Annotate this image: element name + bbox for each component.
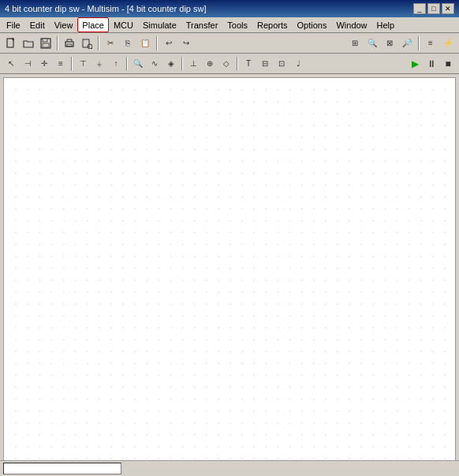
wire-button[interactable]: ⊣	[20, 56, 35, 72]
maximize-button[interactable]: □	[427, 3, 440, 14]
svg-rect-4	[43, 43, 49, 47]
menu-file[interactable]: File	[2, 17, 25, 32]
stop-button[interactable]: ■	[440, 56, 456, 72]
sep5	[71, 57, 73, 71]
title-controls[interactable]: _ □ ✕	[413, 3, 454, 14]
menu-mcu[interactable]: MCU	[109, 17, 138, 32]
misc-button[interactable]: ◈	[163, 56, 179, 72]
menu-window[interactable]: Window	[331, 17, 371, 32]
menu-bar: File Edit View Place MCU Simulate Transf…	[0, 17, 459, 33]
text-button[interactable]: T	[241, 56, 256, 72]
status-bar	[0, 460, 459, 476]
cut-button[interactable]: ✂	[103, 35, 118, 51]
run-button[interactable]: ▶	[407, 56, 423, 72]
zoom-in-button[interactable]: 🔍	[364, 35, 380, 51]
svg-line-9	[91, 48, 92, 49]
view-button[interactable]: 🔎	[399, 35, 415, 51]
title-bar: 4 bit counter dip sw - Multisim - [4 bit…	[0, 0, 459, 17]
menu-edit[interactable]: Edit	[25, 17, 50, 32]
fit-button[interactable]: ⊠	[382, 35, 397, 51]
paste-button[interactable]: 📋	[137, 35, 153, 51]
print-preview-button[interactable]	[79, 35, 95, 51]
undo-button[interactable]: ↩	[161, 35, 177, 51]
title-text: 4 bit counter dip sw - Multisim - [4 bit…	[5, 4, 207, 13]
vcc-button[interactable]: ↑	[108, 56, 124, 72]
menu-reports[interactable]: Reports	[252, 17, 293, 32]
status-panel	[3, 463, 121, 474]
electrical-check-button[interactable]: ⚡	[440, 35, 456, 51]
probe-button[interactable]: 🔍	[130, 56, 146, 72]
note-button[interactable]: ♩	[290, 56, 306, 72]
separator4	[418, 36, 420, 50]
menu-transfer[interactable]: Transfer	[181, 17, 223, 32]
save-button[interactable]	[38, 35, 54, 51]
copy-button[interactable]: ⎘	[120, 35, 136, 51]
main-area	[0, 77, 459, 467]
comment-button[interactable]: ⊡	[274, 56, 289, 72]
bus-button[interactable]: ≡	[53, 56, 69, 72]
title-block-button[interactable]: ⊟	[257, 56, 273, 72]
select-button[interactable]: ↖	[3, 56, 19, 72]
toolbar1: ✂ ⎘ 📋 ↩ ↪ ⊞ 🔍 ⊠ 🔎 ≡ ⚡	[0, 33, 459, 54]
new-button[interactable]	[3, 35, 19, 51]
power-button[interactable]: ⊤	[75, 56, 91, 72]
redo-button[interactable]: ↪	[178, 35, 194, 51]
misc2-button[interactable]: ◇	[218, 56, 234, 72]
component-button[interactable]: ⊕	[202, 56, 218, 72]
close-button[interactable]: ✕	[442, 3, 454, 14]
menu-options[interactable]: Options	[293, 17, 332, 32]
grid-button[interactable]: ⊞	[347, 35, 363, 51]
minimize-button[interactable]: _	[413, 3, 426, 14]
separator3	[156, 36, 158, 50]
menu-simulate[interactable]: Simulate	[138, 17, 181, 32]
sep7	[181, 57, 183, 71]
ground-button[interactable]: ⏚	[91, 56, 107, 72]
menu-tools[interactable]: Tools	[222, 17, 252, 32]
toolbar2: ↖ ⊣ ✛ ≡ ⊤ ⏚ ↑ 🔍 ∿ ◈ ⊥ ⊕ ◇ T ⊟ ⊡ ♩ ▶ ⏸ ■	[0, 54, 459, 74]
oscilloscope-button[interactable]: ∿	[147, 56, 162, 72]
svg-rect-0	[7, 39, 13, 47]
junction-button[interactable]: ✛	[36, 56, 52, 72]
open-button[interactable]	[21, 35, 36, 51]
menu-view[interactable]: View	[50, 17, 78, 32]
menu-place[interactable]: Place	[77, 17, 109, 32]
annotation-button[interactable]: ≡	[423, 35, 438, 51]
pause-button[interactable]: ⏸	[424, 56, 439, 72]
sep8	[237, 57, 238, 71]
separator2	[98, 36, 99, 50]
circuit-canvas[interactable]	[4, 78, 455, 467]
sep6	[126, 57, 128, 71]
canvas-wrapper[interactable]	[3, 77, 456, 467]
separator1	[57, 36, 58, 50]
antenna-button[interactable]: ⊥	[185, 56, 201, 72]
menu-help[interactable]: Help	[372, 17, 400, 32]
print-button[interactable]	[62, 35, 77, 51]
svg-rect-3	[43, 39, 47, 42]
svg-rect-7	[83, 39, 89, 47]
